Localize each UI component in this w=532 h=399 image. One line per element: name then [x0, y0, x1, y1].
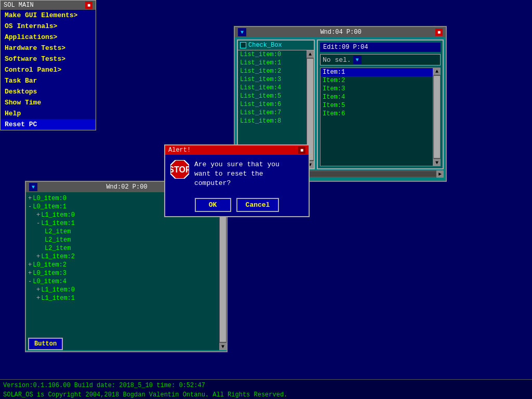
expand-icon: + — [28, 195, 32, 202]
sidebar-item-hardware-tests[interactable]: Hardware Tests> — [1, 43, 96, 54]
list-item[interactable]: List_item:7 — [238, 109, 307, 117]
checkbox-icon — [240, 42, 246, 48]
no-sel-label: No sel. — [323, 56, 351, 64]
expand-icon: + — [36, 295, 40, 302]
wnd04-down-arrow[interactable]: ▼ — [238, 28, 246, 36]
wnd04-titlebar: ▼ Wnd:04 P:00 ■ — [235, 27, 446, 37]
statusbar-line2: SOLAR_OS is Copyright 2004,2018 Bogdan V… — [3, 390, 529, 399]
listbox-scroll-up[interactable]: ▲ — [307, 50, 314, 58]
tree-item[interactable]: L2_item — [28, 228, 217, 236]
sidebar-item-task-bar[interactable]: Task Bar — [1, 75, 96, 86]
tree-item[interactable]: L2_item — [28, 236, 217, 244]
sidebar-item-reset-pc[interactable]: Reset PC — [1, 119, 96, 130]
wnd02-button[interactable]: Button — [28, 338, 63, 350]
wnd04-close-button[interactable]: ■ — [435, 29, 443, 36]
expand-icon: + — [28, 270, 32, 277]
sidebar-item-show-time[interactable]: Show Time — [1, 97, 96, 108]
checkbox-title: Check_Box — [238, 41, 314, 50]
dropdown-arrow[interactable]: ▼ — [353, 56, 362, 64]
hscroll-right[interactable]: ► — [436, 170, 444, 178]
edit-list-item[interactable]: Item:6 — [321, 110, 433, 118]
alert-close-button[interactable]: ■ — [298, 147, 305, 154]
sidebar-item-software-tests[interactable]: Software Tests> — [1, 54, 96, 64]
alert-body: STOP Are you sure that youwant to reset … — [165, 155, 309, 194]
alert-buttons: OK Cancel — [165, 194, 309, 216]
list-item[interactable]: List_item:3 — [238, 75, 307, 84]
sidebar-item-help[interactable]: Help — [1, 108, 96, 119]
edit-scroll-down[interactable]: ▼ — [433, 159, 441, 166]
edit-list-item[interactable]: Item:4 — [321, 93, 433, 101]
sidebar-item-applications[interactable]: Applications> — [1, 32, 96, 43]
expand-icon: + — [36, 211, 40, 219]
tree-item[interactable]: +L1_item:0 — [28, 286, 217, 294]
sidebar-item-make-gui[interactable]: Make GUI Elements> — [1, 10, 96, 21]
sidebar: SOL MAIN ■ Make GUI Elements>OS Internal… — [0, 0, 96, 130]
list-item[interactable]: List_item:8 — [238, 117, 307, 125]
list-item[interactable]: List_item:0 — [238, 50, 307, 59]
edit-list-item[interactable]: Item:3 — [321, 85, 433, 93]
statusbar-line1: Version:0.1.106.00 Build date: 2018_5_10… — [3, 381, 529, 390]
expand-icon: + — [28, 261, 32, 269]
edit-list-item[interactable]: Item:2 — [321, 76, 433, 85]
alert-message: Are you sure that youwant to reset theco… — [194, 160, 280, 189]
alert-ok-button[interactable]: OK — [195, 198, 231, 212]
expand-icon: - — [36, 220, 40, 227]
sidebar-title-text: SOL MAIN — [4, 2, 34, 9]
list-item[interactable]: List_item:2 — [238, 67, 307, 75]
tree-item[interactable]: L2_item — [28, 244, 217, 252]
stop-icon: STOP — [170, 160, 189, 179]
edit-list-item[interactable]: Item:5 — [321, 101, 433, 110]
edit-scroll-thumb[interactable] — [434, 76, 440, 158]
list-item[interactable]: List_item:5 — [238, 92, 307, 100]
sidebar-item-os-internals[interactable]: OS Internals> — [1, 21, 96, 32]
expand-icon: - — [28, 278, 32, 285]
svg-text:STOP: STOP — [170, 165, 189, 174]
tree-item[interactable]: +L0_item:3 — [28, 269, 217, 277]
wnd02-scroll-thumb[interactable] — [220, 201, 226, 342]
tree-item[interactable]: +L1_item:1 — [28, 294, 217, 302]
wnd02-title: Wnd:02 P:00 — [106, 183, 147, 191]
expand-icon: - — [28, 203, 32, 210]
list-item[interactable]: List_item:4 — [238, 84, 307, 92]
tree-item[interactable]: -L1_item:1 — [28, 219, 217, 228]
wnd04-title: Wnd:04 P:00 — [320, 29, 361, 36]
alert-titlebar: Alert! ■ — [165, 145, 309, 155]
statusbar: Version:0.1.106.00 Build date: 2018_5_10… — [0, 379, 532, 399]
edit-scrollbar[interactable]: ▲ ▼ — [433, 68, 441, 166]
wnd02-btn-row: Button — [28, 338, 63, 350]
edit-items-list[interactable]: Item:1Item:2Item:3Item:4Item:5Item:6 — [320, 68, 433, 166]
edit-titlebar: Edit:09 P:04 — [320, 43, 441, 52]
edit-title-text: Edit:09 P:04 — [323, 44, 368, 51]
sidebar-item-desktops[interactable]: Desktops — [1, 86, 96, 97]
alert-title-text: Alert! — [168, 147, 191, 154]
checkbox-title-text: Check_Box — [248, 42, 282, 49]
sidebar-item-control-panel[interactable]: Control Panel> — [1, 64, 96, 75]
tree-item[interactable]: -L0_item:4 — [28, 277, 217, 286]
alert-cancel-button[interactable]: Cancel — [236, 198, 280, 212]
list-item[interactable]: List_item:6 — [238, 100, 307, 109]
sidebar-title: SOL MAIN ■ — [1, 1, 96, 10]
no-sel-dropdown[interactable]: No sel. ▼ — [320, 54, 441, 65]
edit-list-item[interactable]: Item:1 — [321, 68, 433, 76]
sidebar-menu: Make GUI Elements>OS Internals>Applicati… — [1, 10, 96, 130]
tree-item[interactable]: +L0_item:2 — [28, 261, 217, 269]
tree-item[interactable]: +L1_item:2 — [28, 252, 217, 261]
wnd02-down-arrow[interactable]: ▼ — [29, 183, 37, 191]
edit-scroll-up[interactable]: ▲ — [433, 68, 441, 75]
expand-icon: + — [36, 253, 40, 260]
edit-panel: Edit:09 P:04 No sel. ▼ Item:1Item:2Item:… — [317, 39, 444, 169]
list-item[interactable]: List_item:1 — [238, 59, 307, 67]
wnd02-scroll-down[interactable]: ▼ — [219, 343, 227, 350]
alert-dialog: Alert! ■ STOP Are you sure that youwant … — [164, 144, 310, 217]
sidebar-close-button[interactable]: ■ — [85, 2, 92, 9]
expand-icon: + — [36, 286, 40, 294]
